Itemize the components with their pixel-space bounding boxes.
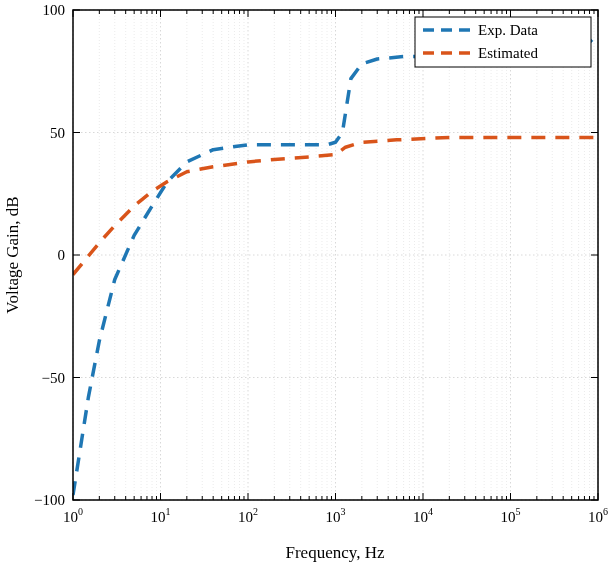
y-tick-label: 50 <box>50 125 65 141</box>
legend-label-est: Estimated <box>478 45 538 61</box>
legend-label-exp: Exp. Data <box>478 22 538 38</box>
x-tick-label: 100 <box>63 506 83 525</box>
chart-root: 100101102103104105106 −100−50050100 Freq… <box>0 0 613 582</box>
y-tick-label: −50 <box>42 370 65 386</box>
x-tick-label: 101 <box>151 506 171 525</box>
x-tick-label: 103 <box>326 506 346 525</box>
x-tick-label: 105 <box>501 506 521 525</box>
grid <box>73 10 598 500</box>
x-tick-label: 102 <box>238 506 258 525</box>
x-axis-label: Frequency, Hz <box>286 543 385 562</box>
x-tick-label: 106 <box>588 506 608 525</box>
y-tick-label: 100 <box>43 2 66 18</box>
x-tick-label: 104 <box>413 506 433 525</box>
legend: Exp. Data Estimated <box>415 17 591 67</box>
y-tick-label: −100 <box>34 492 65 508</box>
y-tick-labels: −100−50050100 <box>34 2 65 508</box>
y-axis-label: Voltage Gain, dB <box>3 196 22 313</box>
y-tick-label: 0 <box>58 247 66 263</box>
chart-svg: 100101102103104105106 −100−50050100 Freq… <box>0 0 613 582</box>
x-tick-labels: 100101102103104105106 <box>63 506 608 525</box>
